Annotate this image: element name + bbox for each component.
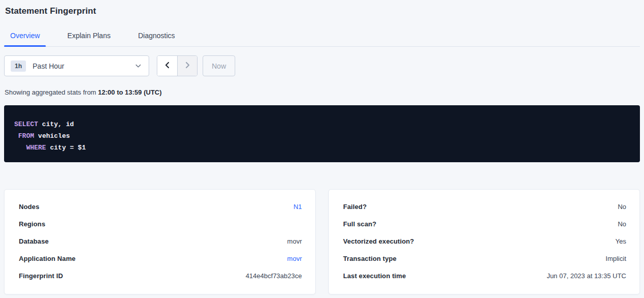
next-interval-button[interactable] xyxy=(177,56,197,76)
row-label: Vectorized execution? xyxy=(343,237,414,245)
row-value-link[interactable]: N1 xyxy=(293,203,302,211)
row-label: Regions xyxy=(19,220,45,228)
row-value: No xyxy=(618,220,626,228)
sql-text xyxy=(14,144,26,152)
row-value: movr xyxy=(287,237,302,245)
card-row: Last execution timeJun 07, 2023 at 13:35… xyxy=(343,267,626,284)
row-value: No xyxy=(618,203,626,211)
sql-keyword: SELECT xyxy=(14,121,38,128)
page-title: Statement Fingerprint xyxy=(4,0,640,16)
sql-text xyxy=(14,132,18,140)
tab-bar: OverviewExplain PlansDiagnostics xyxy=(4,27,640,47)
chevron-down-icon xyxy=(135,63,142,69)
sql-line: SELECT city, id xyxy=(14,118,630,130)
row-value: Yes xyxy=(615,237,626,245)
sql-keyword: FROM xyxy=(18,132,34,140)
sql-text: vehicles xyxy=(34,132,70,140)
row-label: Database xyxy=(19,237,49,245)
row-label: Transaction type xyxy=(343,255,397,262)
summary-cards: NodesN1RegionsDatabasemovrApplication Na… xyxy=(4,189,640,294)
sql-statement-box: SELECT city, id FROM vehicles WHERE city… xyxy=(4,105,640,162)
aggregated-stats-caption: Showing aggregated stats from 12:00 to 1… xyxy=(4,88,640,96)
row-value: Implicit xyxy=(606,255,626,262)
aggregated-stats-prefix: Showing aggregated stats from xyxy=(5,88,98,96)
card-row: Fingerprint ID414e4bcf73ab23ce xyxy=(19,267,302,284)
row-label: Failed? xyxy=(343,203,367,211)
time-shift-buttons xyxy=(157,55,198,76)
tab-overview[interactable]: Overview xyxy=(4,27,46,46)
card-row: Databasemovr xyxy=(19,232,302,250)
sql-text: city = $1 xyxy=(46,144,86,152)
card-row: Regions xyxy=(19,215,302,232)
time-controls: 1h Past Hour Now xyxy=(4,55,640,76)
row-value: 414e4bcf73ab23ce xyxy=(245,272,302,280)
aggregated-stats-range: 12:00 to 13:59 (UTC) xyxy=(98,88,162,96)
time-interval-badge: 1h xyxy=(11,61,26,72)
now-button[interactable]: Now xyxy=(203,55,235,76)
card-row: Transaction typeImplicit xyxy=(343,250,626,267)
statement-details-card: NodesN1RegionsDatabasemovrApplication Na… xyxy=(4,189,316,294)
card-row: Failed?No xyxy=(343,198,626,215)
card-row: Application Namemovr xyxy=(19,250,302,267)
statement-fingerprint-page: Statement Fingerprint OverviewExplain Pl… xyxy=(0,0,644,294)
tab-diagnostics[interactable]: Diagnostics xyxy=(132,27,181,46)
card-row: Vectorized execution?Yes xyxy=(343,232,626,250)
chevron-left-icon xyxy=(164,62,171,70)
execution-attributes-card: Failed?NoFull scan?NoVectorized executio… xyxy=(328,189,640,294)
row-label: Last execution time xyxy=(343,272,406,280)
chevron-right-icon xyxy=(184,62,191,70)
row-label: Nodes xyxy=(19,203,39,211)
time-range-dropdown[interactable]: 1h Past Hour xyxy=(4,55,149,76)
tab-explain-plans[interactable]: Explain Plans xyxy=(61,27,117,46)
sql-line: WHERE city = $1 xyxy=(14,142,630,154)
row-label: Fingerprint ID xyxy=(19,272,63,280)
time-interval-label: Past Hour xyxy=(33,62,64,70)
row-value: Jun 07, 2023 at 13:35 UTC xyxy=(547,272,626,280)
previous-interval-button[interactable] xyxy=(157,56,177,76)
sql-text: city, id xyxy=(38,121,74,128)
card-row: NodesN1 xyxy=(19,198,302,215)
row-value-link[interactable]: movr xyxy=(287,255,302,262)
sql-line: FROM vehicles xyxy=(14,130,630,142)
sql-keyword: WHERE xyxy=(26,144,46,152)
row-label: Application Name xyxy=(19,255,75,262)
card-row: Full scan?No xyxy=(343,215,626,232)
row-label: Full scan? xyxy=(343,220,376,228)
